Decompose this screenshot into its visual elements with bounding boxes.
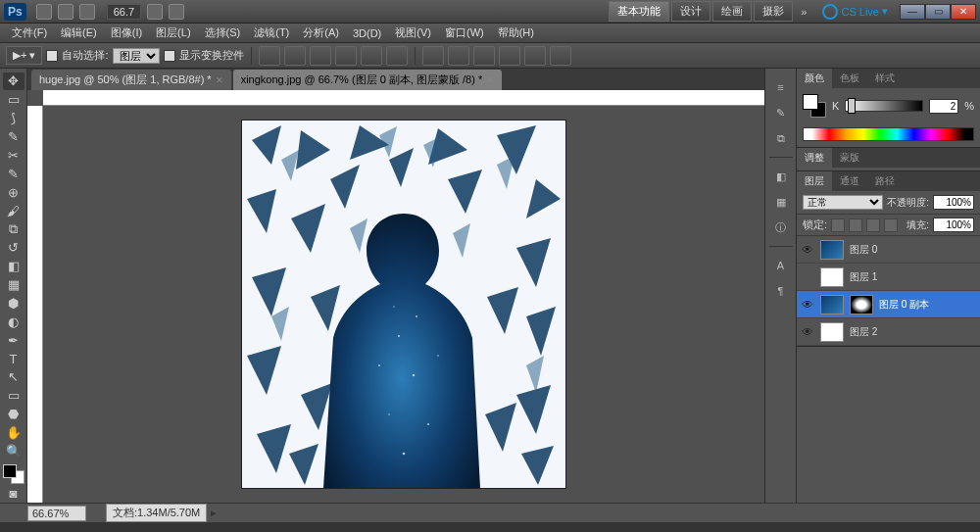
autoselect-checkbox[interactable] xyxy=(46,50,58,62)
quick-select-tool[interactable]: ✎ xyxy=(3,128,24,146)
shape-tool[interactable]: ▭ xyxy=(3,387,24,405)
minimize-button[interactable]: — xyxy=(900,4,925,20)
tab-masks[interactable]: 蒙版 xyxy=(832,148,867,168)
k-slider[interactable] xyxy=(845,100,923,112)
menu-file[interactable]: 文件(F) xyxy=(6,24,53,42)
arrange-docs-icon[interactable] xyxy=(147,4,163,20)
eyedropper-tool[interactable]: ✎ xyxy=(3,165,24,182)
brush-panel-icon[interactable]: ✎ xyxy=(769,102,793,123)
view-extras-icon[interactable] xyxy=(79,4,95,20)
launch-bridge-icon[interactable] xyxy=(36,4,52,20)
type-tool[interactable]: T xyxy=(3,350,24,367)
layer-row[interactable]: 👁 图层 0 副本 xyxy=(797,291,980,318)
layer-thumbnail[interactable] xyxy=(820,322,844,342)
canvas-viewport[interactable] xyxy=(43,106,764,503)
visibility-icon[interactable] xyxy=(801,270,814,284)
brush-tool[interactable]: 🖌 xyxy=(3,202,24,219)
layer-row[interactable]: 👁 图层 2 xyxy=(797,318,980,346)
menu-view[interactable]: 视图(V) xyxy=(389,24,437,42)
mini-bridge-icon[interactable] xyxy=(58,4,74,20)
distribute-right-icon[interactable] xyxy=(550,46,571,66)
status-zoom-field[interactable]: 66.67% xyxy=(27,506,86,521)
maximize-button[interactable]: ▭ xyxy=(925,4,951,20)
distribute-hcenter-icon[interactable] xyxy=(524,46,546,66)
align-hcenter-icon[interactable] xyxy=(361,46,382,66)
align-bottom-icon[interactable] xyxy=(310,46,331,66)
tab-swatches[interactable]: 色板 xyxy=(832,69,867,88)
eraser-tool[interactable]: ◧ xyxy=(3,258,24,275)
layer-name[interactable]: 图层 0 副本 xyxy=(879,298,929,312)
move-tool[interactable]: ✥ xyxy=(3,73,24,90)
layer-name[interactable]: 图层 0 xyxy=(850,243,877,257)
layer-thumbnail[interactable] xyxy=(820,267,844,287)
opacity-field[interactable] xyxy=(933,195,974,210)
cs-live-button[interactable]: CS Live ▾ xyxy=(822,4,888,20)
quick-mask-tool[interactable]: ◙ xyxy=(3,485,24,503)
document-tab-1[interactable]: huge.jpg @ 50% (图层 1, RGB/8#) *✕ xyxy=(31,70,231,90)
canvas[interactable] xyxy=(242,121,565,488)
clone-stamp-tool[interactable]: ⧉ xyxy=(3,220,24,238)
align-left-icon[interactable] xyxy=(335,46,357,66)
status-arrow-icon[interactable]: ▸ xyxy=(211,507,217,519)
menu-filter[interactable]: 滤镜(T) xyxy=(248,24,295,42)
visibility-icon[interactable]: 👁 xyxy=(801,325,814,339)
blur-tool[interactable]: ⬢ xyxy=(3,295,24,313)
menu-help[interactable]: 帮助(H) xyxy=(492,24,540,42)
clone-panel-icon[interactable]: ⧉ xyxy=(769,127,793,149)
distribute-bottom-icon[interactable] xyxy=(473,46,495,66)
navigator-panel-icon[interactable]: ▦ xyxy=(769,191,793,213)
hand-tool[interactable]: ✋ xyxy=(3,424,24,442)
pen-tool[interactable]: ✒ xyxy=(3,331,24,349)
layer-name[interactable]: 图层 1 xyxy=(850,270,877,284)
menu-window[interactable]: 窗口(W) xyxy=(439,24,490,42)
tab-paths[interactable]: 路径 xyxy=(867,171,903,191)
horizontal-ruler[interactable] xyxy=(43,90,764,106)
layer-row[interactable]: 👁 图层 0 xyxy=(797,236,980,264)
character-panel-icon[interactable]: A xyxy=(769,255,793,276)
gradient-tool[interactable]: ▦ xyxy=(3,276,24,294)
show-transform-checkbox[interactable] xyxy=(164,50,175,62)
workspace-photography-button[interactable]: 摄影 xyxy=(754,1,793,22)
zoom-level-field[interactable]: 66.7 xyxy=(107,4,141,20)
tab-color[interactable]: 颜色 xyxy=(797,69,832,88)
layer-row[interactable]: 图层 1 xyxy=(797,264,980,291)
foreground-color-swatch[interactable] xyxy=(3,464,17,478)
status-doc-info[interactable]: 文档:1.34M/5.70M xyxy=(106,504,207,522)
close-tab-icon[interactable]: ✕ xyxy=(486,75,494,85)
zoom-tool[interactable]: 🔍 xyxy=(3,443,24,460)
workspace-painting-button[interactable]: 绘画 xyxy=(712,1,752,22)
3d-tool[interactable]: ⬣ xyxy=(3,406,24,423)
color-spectrum[interactable] xyxy=(803,127,974,141)
align-vcenter-icon[interactable] xyxy=(284,46,306,66)
close-button[interactable]: ✕ xyxy=(951,4,976,20)
marquee-tool[interactable]: ▭ xyxy=(3,91,24,109)
screen-mode-icon[interactable] xyxy=(169,4,184,20)
healing-brush-tool[interactable]: ⊕ xyxy=(3,183,24,201)
layer-mask-thumbnail[interactable] xyxy=(850,295,873,314)
tab-channels[interactable]: 通道 xyxy=(832,171,867,191)
close-tab-icon[interactable]: ✕ xyxy=(216,75,223,85)
fill-field[interactable] xyxy=(933,218,974,232)
lock-all-icon[interactable] xyxy=(884,218,898,232)
layer-name[interactable]: 图层 2 xyxy=(850,325,877,339)
menu-layer[interactable]: 图层(L) xyxy=(150,24,196,42)
menu-select[interactable]: 选择(S) xyxy=(199,24,247,42)
workspace-design-button[interactable]: 设计 xyxy=(671,1,710,22)
menu-edit[interactable]: 编辑(E) xyxy=(55,24,103,42)
distribute-vcenter-icon[interactable] xyxy=(448,46,469,66)
workspace-more-icon[interactable]: » xyxy=(795,6,812,18)
tab-styles[interactable]: 样式 xyxy=(867,69,903,88)
move-tool-preset-icon[interactable]: ▶+ ▾ xyxy=(6,46,42,65)
distribute-top-icon[interactable] xyxy=(422,46,444,66)
visibility-icon[interactable]: 👁 xyxy=(801,243,814,257)
lasso-tool[interactable]: ⟆ xyxy=(3,110,24,127)
lock-pixels-icon[interactable] xyxy=(849,218,862,232)
tab-adjustments[interactable]: 调整 xyxy=(797,148,832,168)
document-tab-2[interactable]: xingkong.jpg @ 66.7% (图层 0 副本, 图层蒙版 /8) … xyxy=(233,70,503,90)
dodge-tool[interactable]: ◐ xyxy=(3,313,24,330)
menu-image[interactable]: 图像(I) xyxy=(105,24,148,42)
menu-analysis[interactable]: 分析(A) xyxy=(297,24,345,42)
k-value-field[interactable] xyxy=(929,99,958,114)
crop-tool[interactable]: ✂ xyxy=(3,147,24,165)
align-right-icon[interactable] xyxy=(386,46,408,66)
